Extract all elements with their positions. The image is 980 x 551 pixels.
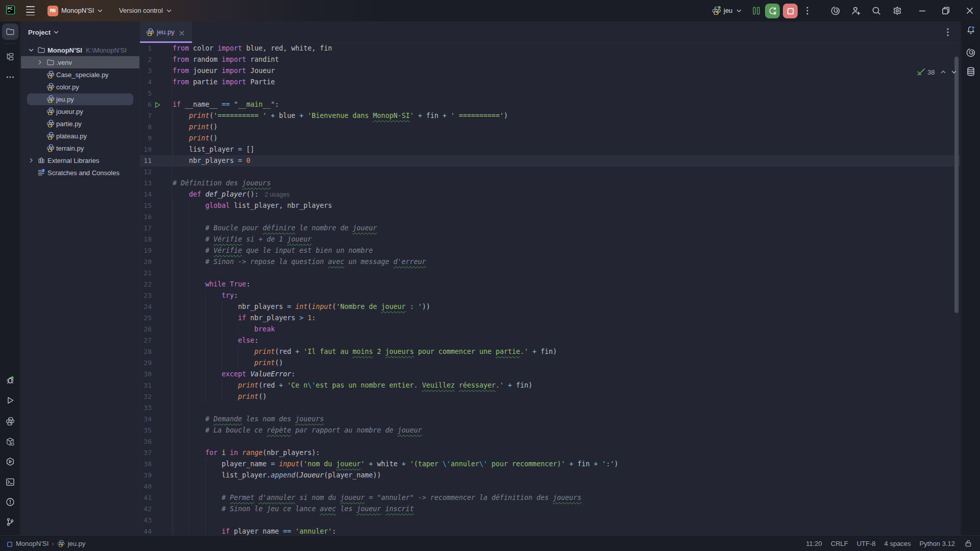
right-tool-stripe xyxy=(961,21,980,535)
code-token xyxy=(173,359,254,367)
tree-item-joueur-py[interactable]: joueur.py xyxy=(21,105,139,117)
version-control-menu[interactable]: Version control xyxy=(119,0,173,21)
python-icon xyxy=(46,144,55,152)
minimize-button[interactable] xyxy=(917,6,927,16)
chevron-right-icon[interactable] xyxy=(28,157,35,164)
code-token: + xyxy=(443,112,447,119)
tree-item-partie-py[interactable]: partie.py xyxy=(21,117,139,130)
code-token: color xyxy=(189,44,218,52)
project-name: MonopN’SI xyxy=(61,0,94,21)
chevron-up-icon[interactable] xyxy=(940,68,947,76)
stripe-item-problems[interactable] xyxy=(2,494,18,510)
code-token: + xyxy=(295,348,299,355)
more-actions-button[interactable] xyxy=(806,7,808,15)
editor-scrollbar[interactable] xyxy=(954,57,959,313)
code-token: print xyxy=(238,381,258,389)
close-icon[interactable] xyxy=(179,29,185,35)
ai-assistant-icon[interactable] xyxy=(830,6,841,16)
editor-area: jeu.py 123456789101112131415161718192021… xyxy=(140,21,960,535)
code-token: les xyxy=(336,505,356,513)
code-token: Veuillez xyxy=(422,381,455,389)
status-item[interactable]: 4 spaces xyxy=(885,540,911,547)
stripe-item-version-control[interactable] xyxy=(2,514,18,530)
stripe-item-terminal[interactable] xyxy=(2,474,18,490)
code-editor[interactable]: 1234567891011121314151617181920212223242… xyxy=(140,43,960,535)
stop-button[interactable] xyxy=(783,4,798,18)
code-token: list_player xyxy=(173,146,238,153)
stripe-item-debug[interactable] xyxy=(2,372,18,389)
tab-options-button[interactable] xyxy=(947,28,949,36)
status-item[interactable]: 11:20 xyxy=(806,540,822,547)
code-token: else xyxy=(238,337,254,344)
code-token: "__main__" xyxy=(234,101,275,108)
code-token xyxy=(173,292,222,299)
stripe-item-python-packages[interactable] xyxy=(2,434,18,450)
unlock-icon[interactable] xyxy=(964,539,972,547)
code-token xyxy=(173,381,238,389)
line-number: 39 xyxy=(140,470,152,481)
run-config-name[interactable]: jeu xyxy=(724,0,732,21)
more-icon xyxy=(6,73,15,82)
stripe-item-project[interactable] xyxy=(2,23,18,40)
code-token: input xyxy=(312,303,332,310)
project-avatar[interactable]: MN xyxy=(47,6,58,16)
chevron-down-icon[interactable] xyxy=(950,68,958,76)
stripe-item-more[interactable] xyxy=(2,69,18,85)
chevron-down-icon xyxy=(53,29,60,36)
main-menu-burger-icon[interactable] xyxy=(26,6,35,15)
code-token xyxy=(242,157,246,164)
tree-item-label: Case_speciale.py xyxy=(56,71,109,79)
tree-item-terrain-py[interactable]: terrain.py xyxy=(21,142,139,154)
tree-item-case-speciale-py[interactable]: Case_speciale.py xyxy=(21,68,139,81)
chevron-down-icon[interactable] xyxy=(735,7,743,14)
tree-item-scratches-and-consoles[interactable]: Scratches and Consoles xyxy=(21,166,139,179)
tab-jeu-py[interactable]: jeu.py xyxy=(140,21,192,43)
tree-item-chevron-slot xyxy=(28,154,35,166)
status-item[interactable]: Python 3.12 xyxy=(920,540,955,547)
status-widgets: 11:20CRLFUTF-84 spacesPython 3.12 xyxy=(806,536,955,551)
rerun-button[interactable] xyxy=(765,4,780,18)
status-item[interactable]: CRLF xyxy=(831,540,848,547)
code-token: si nom du xyxy=(295,494,340,501)
tree-item-plateau-py[interactable]: plateau.py xyxy=(21,130,139,142)
code-token: )) xyxy=(422,303,430,310)
code-token: import xyxy=(218,44,242,52)
chevron-down-icon[interactable] xyxy=(28,46,35,54)
code-token xyxy=(173,224,205,232)
right-stripe-ai-assistant[interactable] xyxy=(962,44,980,61)
run-line-icon[interactable] xyxy=(154,101,161,108)
stripe-item-python-console[interactable] xyxy=(2,413,18,429)
stripe-item-structure[interactable] xyxy=(2,49,18,65)
code-token: fin) xyxy=(512,381,533,389)
code-with-me-icon[interactable] xyxy=(851,6,861,16)
inspections-widget[interactable]: 38 xyxy=(917,67,958,77)
breadcrumb-file[interactable]: jeu.py xyxy=(68,540,86,547)
breadcrumb-project[interactable]: MonopN’SI xyxy=(16,540,49,547)
folder-icon xyxy=(46,58,55,66)
tree-item-color-py[interactable]: color.py xyxy=(21,81,139,93)
stripe-item-run[interactable] xyxy=(2,392,18,409)
tree-item-monopn-si[interactable]: MonopN’SIK:\MonopN’SI xyxy=(21,44,139,56)
stripe-item-services[interactable] xyxy=(2,453,18,470)
current-line-highlight xyxy=(140,155,960,166)
tree-item-chevron-slot xyxy=(28,44,35,56)
project-selector[interactable]: MonopN’SI xyxy=(61,0,104,21)
code-token: list_player, nbr_players xyxy=(230,202,332,209)
tree-item-label-slot: terrain.py xyxy=(56,142,84,154)
project-panel-header[interactable]: Project xyxy=(28,21,60,43)
chevron-right-icon[interactable] xyxy=(36,59,43,66)
pause-button[interactable] xyxy=(752,7,760,15)
code-token: + xyxy=(508,381,512,389)
maximize-button[interactable] xyxy=(941,6,951,16)
tree-item-jeu-py[interactable]: jeu.py xyxy=(21,93,139,105)
close-button[interactable] xyxy=(965,6,975,16)
settings-gear-icon[interactable] xyxy=(892,6,902,16)
line-number: 2 xyxy=(140,54,152,65)
code-token: + xyxy=(594,460,598,468)
right-stripe-database[interactable] xyxy=(962,63,980,80)
search-everywhere-icon[interactable] xyxy=(871,6,881,16)
right-stripe-notifications[interactable] xyxy=(962,22,980,39)
tree-item-external-libraries[interactable]: External Libraries xyxy=(21,154,139,166)
tree-item--venv[interactable]: .venv xyxy=(21,56,139,68)
status-item[interactable]: UTF-8 xyxy=(857,540,876,547)
